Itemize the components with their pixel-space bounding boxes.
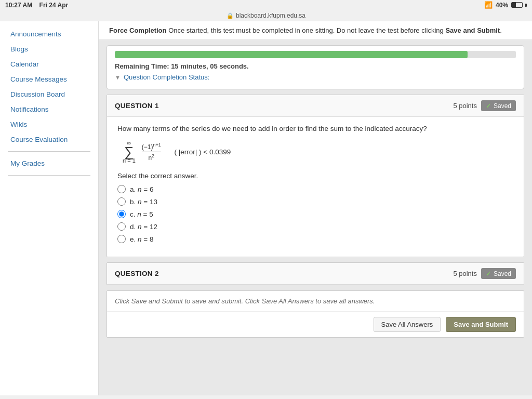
remaining-time: Remaining Time: 15 minutes, 05 seconds. [115, 62, 516, 70]
radio-a[interactable] [117, 185, 126, 193]
question-2-block: QUESTION 2 5 points ✓ Saved [107, 262, 524, 285]
option-d-label: d. n = 12 [130, 223, 157, 231]
answer-option-d: d. n = 12 [117, 222, 513, 231]
sidebar-item-discussion-board[interactable]: Discussion Board [0, 87, 98, 102]
content-area: Force Completion Once started, this test… [99, 21, 532, 395]
math-formula: ∞ ∑ n = 1 (−1)n+1 n2 [123, 140, 513, 164]
question-2-title: QUESTION 2 [115, 270, 159, 277]
sidebar-item-course-messages[interactable]: Course Messages [0, 72, 98, 87]
url: blackboard.kfupm.edu.sa [236, 12, 305, 19]
completion-arrow-icon: ▼ [115, 74, 121, 81]
address-bar: 🔒 blackboard.kfupm.edu.sa [0, 10, 532, 21]
radio-e[interactable] [117, 235, 126, 243]
sidebar-item-notifications[interactable]: Notifications [0, 102, 98, 117]
force-completion-bold: Save and Submit [445, 26, 500, 34]
question-1-saved-label: Saved [494, 102, 511, 110]
question-2-saved-badge: ✓ Saved [481, 268, 516, 279]
answer-option-e: e. n = 8 [117, 235, 513, 243]
sidebar-item-calendar[interactable]: Calendar [0, 57, 98, 72]
question-1-body: How many terms of the series do we need … [107, 117, 524, 257]
wifi-icon: 📶 [484, 1, 493, 9]
status-right: 📶 40% [484, 1, 527, 9]
battery-percent: 40% [496, 2, 508, 9]
answer-option-a: a. n = 6 [117, 185, 513, 193]
force-completion-label: Force Completion [109, 26, 167, 34]
question-1-points-area: 5 points ✓ Saved [453, 100, 516, 111]
error-condition: ( |error| ) < 0.0399 [172, 148, 231, 156]
sidebar-divider [8, 151, 90, 152]
timer-box: Remaining Time: 15 minutes, 05 seconds. … [107, 45, 524, 89]
time: 10:27 AM [5, 2, 32, 9]
check-icon: ✓ [486, 102, 491, 110]
sidebar-item-wikis[interactable]: Wikis [0, 117, 98, 132]
question-1-header: QUESTION 1 5 points ✓ Saved [107, 95, 524, 117]
option-a-label: a. n = 6 [130, 185, 153, 193]
footer-buttons: Save All Answers Save and Submit [107, 312, 524, 337]
select-label: Select the correct answer. [117, 172, 513, 180]
battery-tip [525, 4, 527, 7]
option-c-label: c. n = 5 [130, 210, 153, 218]
question-1-block: QUESTION 1 5 points ✓ Saved How many ter… [107, 95, 524, 257]
radio-d[interactable] [117, 222, 126, 231]
completion-status-label: Question Completion Status: [124, 73, 209, 81]
answer-option-c: c. n = 5 [117, 210, 513, 218]
question-1-points: 5 points [453, 102, 477, 110]
remaining-label: Remaining Time: [115, 62, 169, 70]
answer-option-b: b. n = 13 [117, 197, 513, 206]
battery-icon [511, 2, 523, 8]
save-all-answers-button[interactable]: Save All Answers [374, 317, 441, 332]
question-1-saved-badge: ✓ Saved [481, 100, 516, 111]
main-layout: Announcements Blogs Calendar Course Mess… [0, 21, 532, 395]
fraction-denominator: n2 [148, 152, 154, 162]
fraction: (−1)n+1 n2 [142, 142, 161, 162]
fraction-numerator: (−1)n+1 [142, 142, 161, 152]
lock-icon: 🔒 [227, 12, 234, 19]
sidebar-item-course-evaluation[interactable]: Course Evaluation [0, 132, 98, 147]
option-b-label: b. n = 13 [130, 198, 157, 206]
progress-bar-bg [115, 51, 516, 58]
progress-bar-fill [115, 51, 468, 58]
footer-box: Click Save and Submit to save and submit… [107, 290, 524, 338]
sidebar-item-my-grades[interactable]: My Grades [0, 156, 98, 171]
sigma-limits: ∞ ∑ n = 1 [123, 140, 136, 164]
question-2-saved-label: Saved [494, 270, 511, 277]
radio-c[interactable] [117, 210, 126, 218]
sidebar-item-blogs[interactable]: Blogs [0, 42, 98, 57]
remaining-value: 15 minutes, 05 seconds. [171, 62, 249, 70]
question-2-points-area: 5 points ✓ Saved [453, 268, 516, 279]
save-and-submit-button[interactable]: Save and Submit [446, 317, 516, 332]
sidebar-item-announcements[interactable]: Announcements [0, 26, 98, 42]
force-completion-end: . [500, 26, 502, 34]
completion-status: ▼ Question Completion Status: [115, 73, 516, 81]
sidebar-nav: Announcements Blogs Calendar Course Mess… [0, 26, 98, 176]
status-bar: 10:27 AM Fri 24 Apr 📶 40% [0, 0, 532, 10]
footer-note: Click Save and Submit to save and submit… [107, 291, 524, 312]
sidebar: Announcements Blogs Calendar Course Mess… [0, 21, 99, 395]
date: Fri 24 Apr [39, 2, 69, 9]
force-completion-text: Once started, this test must be complete… [168, 26, 444, 34]
question-2-header: QUESTION 2 5 points ✓ Saved [107, 263, 524, 285]
status-time-date: 10:27 AM Fri 24 Apr [5, 2, 68, 9]
question-2-points: 5 points [453, 270, 477, 277]
top-info-bar: Force Completion Once started, this test… [99, 21, 532, 40]
radio-b[interactable] [117, 197, 126, 206]
sidebar-divider-2 [8, 175, 90, 176]
question-1-text: How many terms of the series do we need … [117, 125, 513, 132]
question-1-title: QUESTION 1 [115, 102, 159, 110]
option-e-label: e. n = 8 [130, 235, 153, 243]
check-icon-2: ✓ [486, 270, 491, 277]
